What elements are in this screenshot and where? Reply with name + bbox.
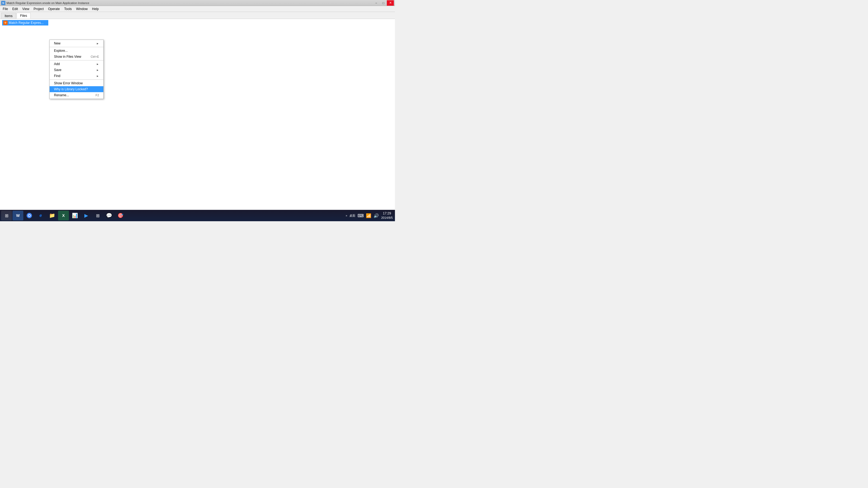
menu-operate[interactable]: Operate — [46, 6, 62, 12]
taskbar-app-9[interactable]: 💬 — [104, 210, 115, 220]
menu-file[interactable]: File — [1, 6, 10, 12]
ctx-show-error[interactable]: Show Error Window — [50, 80, 103, 86]
maximize-button[interactable]: □ — [380, 0, 387, 6]
app-icon: N — [1, 1, 5, 5]
ctx-why-locked-label: Why is Library Locked? — [54, 87, 88, 91]
ctx-new-label: New — [54, 41, 61, 45]
ctx-divider-2 — [50, 60, 103, 61]
ctx-explore-label: Explore... — [54, 49, 68, 53]
taskbar-app-10[interactable]: 🎯 — [115, 210, 126, 220]
start-button[interactable]: ⊞ — [1, 210, 12, 220]
ctx-add[interactable]: Add ► — [50, 61, 103, 67]
tree-area: ⚙ Match Regular Expres... — [0, 19, 395, 27]
ctx-divider-3 — [50, 79, 103, 80]
keyboard-icon: ⌨ — [358, 213, 364, 218]
ctx-show-files-shortcut: Ctrl+E — [91, 55, 99, 58]
tray-expand[interactable]: » — [346, 214, 347, 217]
tree-root-label: Match Regular Expres... — [9, 21, 44, 25]
taskbar-app-ie[interactable]: e — [35, 210, 46, 220]
menu-help[interactable]: Help — [90, 6, 101, 12]
ctx-find-arrow: ► — [96, 74, 99, 77]
clock-time: 17:29 — [381, 212, 393, 216]
ctx-save[interactable]: Save ► — [50, 67, 103, 73]
menu-window[interactable]: Window — [74, 6, 90, 12]
taskbar-app-excel[interactable]: X — [58, 210, 69, 220]
ctx-new[interactable]: New ► — [50, 40, 103, 46]
ctx-rename-label: Rename... — [54, 93, 69, 97]
taskbar-app-7[interactable]: ▶ — [81, 210, 92, 220]
ctx-divider-1 — [50, 47, 103, 47]
taskbar: ⊞ W e 📁 X 📊 ▶ ⊞ 💬 🎯 » 桌面 ⌨ 📶 🔊 17:29 201… — [0, 210, 395, 221]
tree-root-item[interactable]: ⚙ Match Regular Expres... — [2, 20, 48, 26]
title-bar: N Match Regular Expression.xnode on Main… — [0, 0, 395, 6]
ctx-rename[interactable]: Rename... F2 — [50, 92, 103, 98]
ctx-new-arrow: ► — [96, 42, 99, 45]
menu-view[interactable]: View — [20, 6, 31, 12]
close-button[interactable]: ✕ — [387, 0, 394, 6]
ctx-explore[interactable]: Explore... — [50, 48, 103, 54]
svg-point-2 — [29, 215, 30, 216]
ctx-add-label: Add — [54, 62, 60, 66]
speaker-icon: 🔊 — [373, 213, 379, 218]
taskbar-app-explorer[interactable]: 📁 — [46, 210, 58, 220]
menu-bar: File Edit View Project Operate Tools Win… — [0, 6, 395, 12]
ctx-why-locked[interactable]: Why is Library Locked? — [50, 86, 103, 92]
window-controls: − □ ✕ — [373, 0, 394, 6]
ctx-rename-shortcut: F2 — [95, 94, 99, 97]
ctx-find[interactable]: Find ► — [50, 73, 103, 79]
ctx-show-files-label: Show in Files View — [54, 55, 82, 59]
taskbar-app-8[interactable]: ⊞ — [92, 210, 103, 220]
system-clock: 17:29 2014/8/5 — [381, 212, 393, 220]
signal-icon: 📶 — [366, 213, 371, 218]
context-menu: New ► Explore... Show in Files View Ctrl… — [50, 40, 104, 99]
ctx-show-files[interactable]: Show in Files View Ctrl+E — [50, 54, 103, 60]
tabs-bar: Items Files — [0, 12, 395, 19]
window-title: Match Regular Expression.xnode on Main A… — [6, 1, 89, 5]
ctx-show-error-label: Show Error Window — [54, 82, 83, 85]
minimize-button[interactable]: − — [373, 0, 380, 6]
menu-tools[interactable]: Tools — [62, 6, 74, 12]
tab-files[interactable]: Files — [17, 13, 30, 19]
ctx-find-label: Find — [54, 74, 60, 78]
main-content: ⚙ Match Regular Expres... New ► Explore.… — [0, 19, 395, 210]
ctx-add-arrow: ► — [96, 63, 99, 66]
taskbar-app-6[interactable]: 📊 — [69, 210, 80, 220]
ctx-save-arrow: ► — [96, 69, 99, 72]
tab-items[interactable]: Items — [1, 13, 16, 19]
system-tray: » 桌面 ⌨ 📶 🔊 17:29 2014/8/5 — [344, 210, 395, 221]
menu-edit[interactable]: Edit — [10, 6, 20, 12]
ctx-save-label: Save — [54, 68, 61, 72]
desktop-label[interactable]: 桌面 — [349, 214, 355, 218]
tree-root-icon: ⚙ — [3, 21, 8, 25]
menu-project[interactable]: Project — [31, 6, 46, 12]
title-left: N Match Regular Expression.xnode on Main… — [1, 1, 89, 5]
taskbar-app-word[interactable]: W — [12, 210, 23, 220]
clock-date: 2014/8/5 — [381, 216, 393, 220]
taskbar-app-chrome[interactable] — [24, 210, 35, 220]
